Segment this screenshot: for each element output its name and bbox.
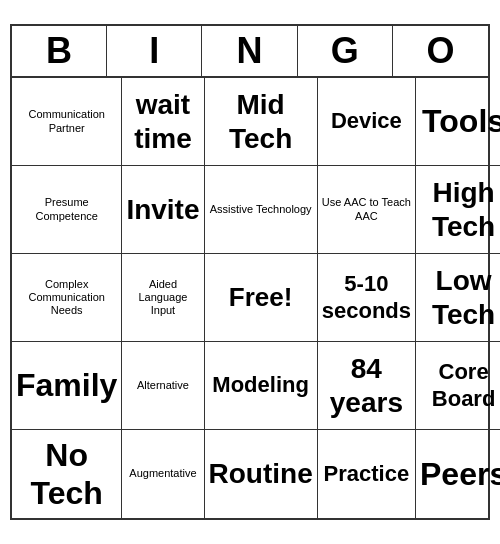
bingo-cell-20: No Tech [12,430,122,518]
bingo-cell-11: Aided Language Input [122,254,204,342]
header-letter-g: G [298,26,393,76]
bingo-card: BINGO Communication Partnerwait timeMid … [10,24,490,520]
bingo-cell-0: Communication Partner [12,78,122,166]
bingo-cell-18: 84 years [318,342,416,430]
bingo-cell-22: Routine [205,430,318,518]
header-letter-o: O [393,26,488,76]
bingo-cell-24: Peers [416,430,500,518]
bingo-cell-10: Complex Communication Needs [12,254,122,342]
bingo-cell-19: Core Board [416,342,500,430]
bingo-cell-9: High Tech [416,166,500,254]
bingo-cell-12: Free! [205,254,318,342]
bingo-cell-7: Assistive Technology [205,166,318,254]
bingo-cell-5: Presume Competence [12,166,122,254]
bingo-cell-16: Alternative [122,342,204,430]
bingo-cell-14: Low Tech [416,254,500,342]
bingo-cell-13: 5-10 seconds [318,254,416,342]
bingo-grid: Communication Partnerwait timeMid TechDe… [12,78,488,518]
bingo-cell-1: wait time [122,78,204,166]
header-letter-i: I [107,26,202,76]
bingo-cell-15: Family [12,342,122,430]
bingo-cell-21: Augmentative [122,430,204,518]
header-letter-n: N [202,26,297,76]
header-letter-b: B [12,26,107,76]
bingo-cell-3: Device [318,78,416,166]
bingo-cell-17: Modeling [205,342,318,430]
bingo-cell-8: Use AAC to Teach AAC [318,166,416,254]
bingo-cell-23: Practice [318,430,416,518]
bingo-header: BINGO [12,26,488,78]
bingo-cell-2: Mid Tech [205,78,318,166]
bingo-cell-6: Invite [122,166,204,254]
bingo-cell-4: Tools [416,78,500,166]
